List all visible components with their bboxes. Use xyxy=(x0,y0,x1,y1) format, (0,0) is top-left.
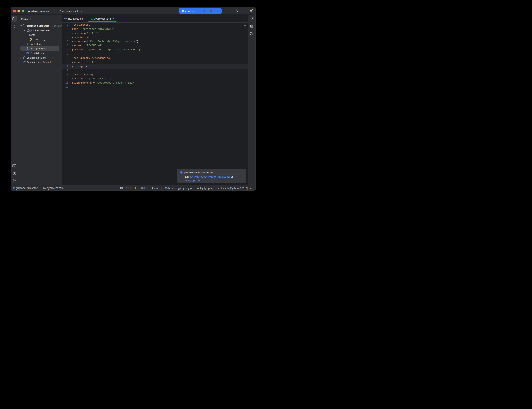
svg-text:T: T xyxy=(92,19,93,20)
svg-text:M: M xyxy=(64,18,66,20)
svg-text:M: M xyxy=(26,52,28,54)
svg-text:T: T xyxy=(28,49,28,50)
svg-text:T: T xyxy=(44,188,45,189)
svg-text:T: T xyxy=(28,44,28,45)
